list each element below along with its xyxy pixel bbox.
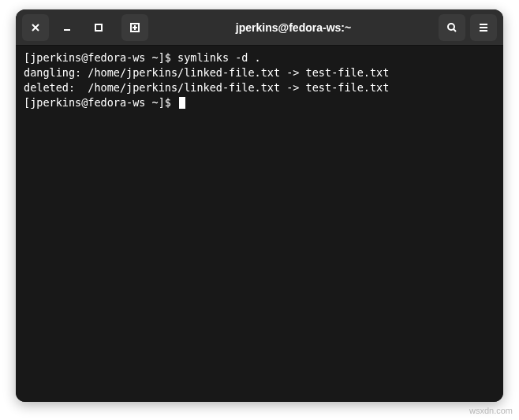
terminal-line: deleted: /home/jperkins/linked-file.txt …: [24, 80, 495, 95]
maximize-button[interactable]: [85, 14, 112, 41]
terminal-line: [jperkins@fedora-ws ~]$: [24, 95, 495, 110]
menu-button[interactable]: [470, 14, 497, 41]
maximize-icon: [92, 21, 105, 34]
window-title: jperkins@fedora-ws:~: [153, 21, 434, 34]
svg-rect-0: [95, 24, 102, 31]
terminal-window: jperkins@fedora-ws:~ [jperkins@fedora-ws…: [16, 9, 503, 402]
titlebar: jperkins@fedora-ws:~: [16, 9, 503, 46]
terminal-line: dangling: /home/jperkins/linked-file.txt…: [24, 65, 495, 80]
search-icon: [446, 21, 458, 34]
watermark: wsxdn.com: [469, 406, 513, 415]
hamburger-icon: [477, 21, 490, 34]
prompt: [jperkins@fedora-ws ~]$: [24, 51, 177, 64]
new-tab-icon: [129, 21, 141, 34]
prompt: [jperkins@fedora-ws ~]$: [24, 96, 177, 109]
command: symlinks -d .: [177, 51, 261, 64]
svg-point-2: [448, 24, 454, 30]
close-icon: [29, 21, 42, 34]
search-button[interactable]: [439, 14, 465, 41]
terminal-line: [jperkins@fedora-ws ~]$ symlinks -d .: [24, 50, 495, 65]
cursor: [179, 97, 185, 109]
minimize-button[interactable]: [54, 14, 80, 41]
close-button[interactable]: [22, 14, 49, 41]
new-tab-button[interactable]: [121, 14, 148, 41]
terminal-output[interactable]: [jperkins@fedora-ws ~]$ symlinks -d .dan…: [16, 46, 503, 402]
minimize-icon: [61, 21, 73, 34]
